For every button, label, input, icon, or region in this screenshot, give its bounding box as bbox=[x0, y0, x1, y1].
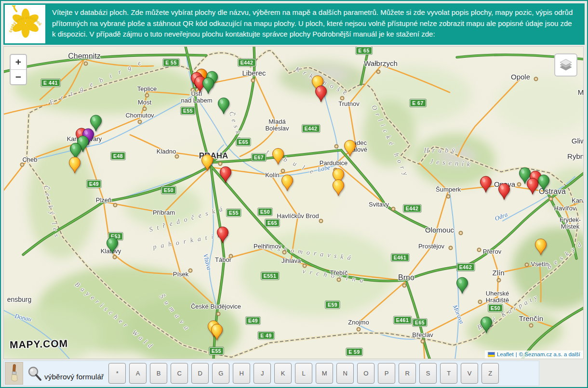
seznam-copyright-link[interactable]: © Seznam.cz a.s. a další bbox=[519, 351, 580, 357]
city-label: M bbox=[578, 89, 584, 96]
region-label: Hrubý bbox=[424, 147, 458, 155]
city-label: Mladá Boleslav bbox=[265, 118, 289, 132]
city-label: Cheb bbox=[22, 156, 37, 163]
city-label: Pelhřimov bbox=[254, 243, 281, 250]
river-label: Vltava bbox=[201, 253, 213, 271]
city-label: Frýdek-Místek bbox=[560, 217, 581, 230]
map-marker-yellow[interactable] bbox=[332, 179, 345, 198]
map-marker-green[interactable] bbox=[217, 97, 230, 116]
letter-button-J[interactable]: J bbox=[254, 363, 271, 384]
map-marker-red[interactable] bbox=[480, 176, 493, 195]
city-dot bbox=[449, 246, 453, 250]
paintbrush-button[interactable] bbox=[5, 362, 23, 385]
region-label: Erzgebirge bbox=[48, 56, 149, 107]
map-marker-yellow[interactable] bbox=[344, 140, 357, 159]
map-marker-red[interactable] bbox=[526, 178, 539, 197]
city-dot bbox=[391, 207, 396, 211]
layers-control[interactable] bbox=[554, 53, 577, 77]
map-marker-green[interactable] bbox=[106, 237, 119, 256]
city-label: Břeclav bbox=[412, 332, 433, 338]
road-badge: E65 bbox=[236, 138, 251, 146]
letter-button-K[interactable]: K bbox=[274, 363, 292, 384]
map-marker-yellow[interactable] bbox=[535, 238, 548, 258]
bottom-toolbar: výběrový formulář *ABCDGHJKLMNOPRSTVZ bbox=[3, 361, 539, 386]
map-marker-green[interactable] bbox=[537, 174, 550, 194]
letter-button-H[interactable]: H bbox=[233, 363, 250, 384]
leaflet-link[interactable]: Leaflet bbox=[497, 351, 514, 357]
map-marker-yellow[interactable] bbox=[211, 323, 224, 343]
letter-button-D[interactable]: D bbox=[191, 363, 209, 384]
application-window: český svaz ochránců přírody Vítejte v da… bbox=[0, 0, 588, 388]
city-dot bbox=[525, 263, 529, 267]
letter-button-G[interactable]: G bbox=[212, 363, 229, 384]
city-label: Teplice bbox=[137, 86, 157, 92]
letter-button-P[interactable]: P bbox=[378, 363, 395, 384]
city-dot bbox=[84, 62, 88, 66]
map-marker-green[interactable] bbox=[480, 316, 493, 336]
letter-button-C[interactable]: C bbox=[171, 363, 188, 384]
city-dot bbox=[282, 250, 287, 255]
letter-buttons: *ABCDGHJKLMNOPRSTVZ bbox=[108, 363, 499, 384]
city-dot bbox=[459, 231, 463, 235]
mapy-com-logo[interactable]: MAPY.COM bbox=[10, 337, 68, 350]
letter-button-N[interactable]: N bbox=[336, 363, 354, 384]
road-badge: E55 bbox=[227, 209, 241, 217]
city-label: Příbram bbox=[153, 209, 175, 216]
selection-form-label[interactable]: výběrový formulář bbox=[44, 373, 104, 381]
letter-button-L[interactable]: L bbox=[295, 363, 312, 384]
map-marker-green[interactable] bbox=[202, 77, 215, 96]
road-badge: E55 bbox=[181, 107, 195, 115]
city-dot bbox=[529, 323, 534, 328]
road-badge: E59 bbox=[325, 301, 340, 309]
welcome-text: Vítejte v databázi ploch. Zde můžete vyb… bbox=[45, 3, 585, 45]
letter-button-star[interactable]: * bbox=[108, 363, 126, 384]
city-label: Chemnitz bbox=[68, 52, 101, 60]
city-label: Rybnik bbox=[567, 153, 584, 160]
city-dot bbox=[534, 77, 538, 81]
map-marker-yellow[interactable] bbox=[68, 156, 81, 176]
letter-button-A[interactable]: A bbox=[129, 363, 147, 384]
city-dot bbox=[357, 327, 361, 332]
city-dot bbox=[143, 107, 147, 111]
city-dot bbox=[402, 284, 407, 288]
letter-button-R[interactable]: R bbox=[399, 363, 416, 384]
map-marker-yellow[interactable] bbox=[201, 154, 214, 173]
zoom-out-button[interactable]: − bbox=[11, 70, 26, 84]
city-dot bbox=[549, 197, 553, 201]
city-label: Uherské Hradiště bbox=[486, 290, 509, 304]
city-label: Wałbrzych bbox=[364, 60, 397, 67]
map-marker-red[interactable] bbox=[498, 183, 511, 202]
letter-button-S[interactable]: S bbox=[419, 363, 437, 384]
map-container[interactable]: ErzgebirgeČeský lesBayerischer WaldŠumav… bbox=[3, 46, 584, 359]
map-marker-red[interactable] bbox=[219, 166, 232, 185]
map-marker-green[interactable] bbox=[456, 277, 469, 296]
letter-button-M[interactable]: M bbox=[316, 363, 333, 384]
road-badge: E551 bbox=[261, 272, 279, 280]
zoom-in-button[interactable]: + bbox=[11, 55, 26, 70]
road-badge: E 49 bbox=[258, 332, 274, 339]
map-marker-red[interactable] bbox=[315, 85, 328, 104]
letter-button-V[interactable]: V bbox=[461, 363, 478, 384]
city-label: Svitavy bbox=[369, 201, 389, 208]
csop-logo[interactable]: český svaz ochránců přírody bbox=[5, 5, 45, 43]
map-marker-yellow[interactable] bbox=[272, 148, 285, 167]
letter-button-O[interactable]: O bbox=[357, 363, 374, 384]
attribution-separator: | bbox=[516, 351, 517, 357]
letter-button-Z[interactable]: Z bbox=[481, 363, 499, 384]
road-badge: E67 bbox=[252, 154, 266, 161]
city-label: Kladno bbox=[157, 148, 176, 155]
map-marker-yellow[interactable] bbox=[281, 174, 294, 194]
city-dot bbox=[337, 278, 341, 282]
letter-button-T[interactable]: T bbox=[440, 363, 457, 384]
magnifier-icon[interactable] bbox=[27, 366, 43, 383]
city-dot bbox=[319, 219, 323, 223]
letter-button-B[interactable]: B bbox=[150, 363, 167, 384]
city-label: Pardubice bbox=[320, 160, 348, 167]
map-marker-red[interactable] bbox=[216, 226, 229, 246]
region-label: Jeseník bbox=[429, 158, 473, 168]
city-label: Havlíčkův Brod bbox=[277, 213, 319, 220]
city-label: Karviná bbox=[572, 197, 584, 204]
road-badge: E442 bbox=[302, 125, 320, 132]
map-attribution: Leaflet | © Seznam.cz a.s. a další bbox=[485, 350, 583, 359]
city-label: Třebíč bbox=[330, 270, 348, 276]
